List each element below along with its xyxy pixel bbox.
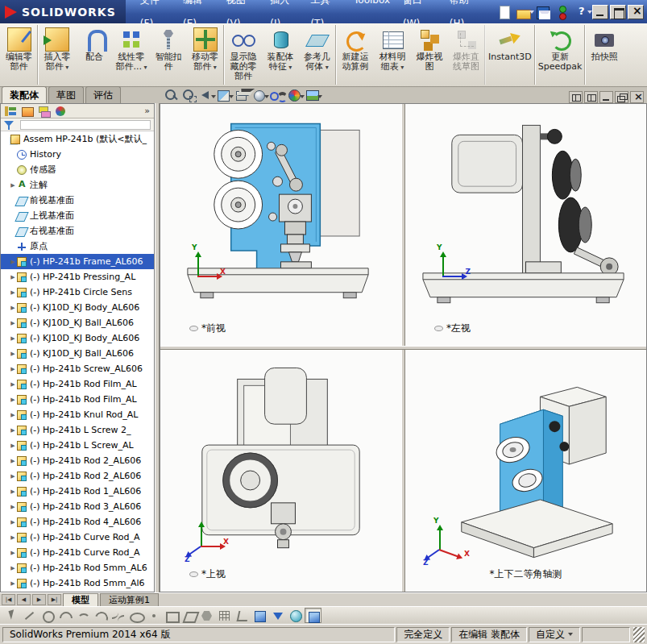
sketch-hatch-icon[interactable]	[216, 608, 233, 623]
mate-button[interactable]: 配合	[76, 25, 113, 85]
sketch-polygon-icon[interactable]	[198, 608, 215, 623]
tab-prev-button[interactable]: ◀	[17, 594, 31, 605]
expander-icon[interactable]: ▶	[9, 305, 17, 311]
viewport-splitter-horizontal[interactable]	[160, 346, 646, 350]
expander-icon[interactable]: ▶	[9, 473, 17, 480]
tree-root-item[interactable]: Assem HP-241b (默认<默认_	[1, 131, 154, 147]
tree-item[interactable]: 原点	[1, 239, 154, 254]
status-custom-dropdown[interactable]: 自定义	[529, 627, 580, 642]
edit-component-button[interactable]: 编辑零 部件	[1, 25, 38, 85]
doc-minimize-button[interactable]	[599, 91, 613, 103]
filter-funnel-icon[interactable]	[2, 119, 17, 131]
tree-item[interactable]: ▶ (-) Hp-241b Rod 3_AL606	[1, 499, 154, 514]
pane-layout-icon[interactable]	[569, 91, 583, 103]
new-document-icon[interactable]	[495, 4, 512, 20]
bill-of-materials-button[interactable]: 材料明 细表	[374, 25, 411, 85]
expander-icon[interactable]: ▶	[9, 351, 17, 357]
tree-item[interactable]: ▶ (-) HP-241b Frame_AL606	[1, 254, 154, 269]
linear-component-pattern-button[interactable]: 线性零 部件...	[113, 25, 150, 85]
tree-item[interactable]: 上视基准面	[1, 208, 154, 223]
insert-components-button[interactable]: 插入零 部件	[39, 25, 76, 85]
tree-item[interactable]: ▶ (-) Hp-241b L Screw_AL	[1, 438, 154, 453]
tree-item[interactable]: History	[1, 147, 154, 162]
tree-item[interactable]: 右视基准面	[1, 223, 154, 239]
tree-item[interactable]: ▶ (-) Hp-241b Rod Film_AL	[1, 392, 154, 407]
expander-icon[interactable]: ▶	[9, 534, 17, 541]
expander-icon[interactable]: ▶	[9, 488, 17, 495]
tree-item[interactable]: ▶ (-) Hp-241b Rod 1_AL606	[1, 484, 154, 499]
sketch-3point-arc-icon[interactable]	[92, 608, 109, 623]
expander-icon[interactable]: ▶	[9, 580, 17, 587]
help-icon[interactable]	[572, 4, 590, 20]
viewport-top-view[interactable]: X Z *上视	[160, 350, 401, 592]
edit-appearance-icon[interactable]	[287, 88, 304, 102]
instant3d-button[interactable]: Instant3D	[486, 25, 535, 85]
tree-item[interactable]: ▶ (-) Hp-241b L Screw 2_	[1, 422, 154, 438]
tree-item[interactable]: ▶ (-) Hp-241b Rod Film_AL	[1, 376, 154, 392]
shaded-sphere-icon[interactable]	[287, 608, 304, 623]
viewport-isometric-view[interactable]: Y X Z *上下二等角轴测	[405, 350, 646, 592]
sketch-tangent-arc-icon[interactable]	[74, 608, 91, 623]
sketch-angle-icon[interactable]	[234, 608, 251, 623]
commandmanager-tab[interactable]: 评估	[85, 86, 121, 103]
view-orientation-icon[interactable]	[234, 88, 251, 102]
viewport-left-view[interactable]: Y Z *左视	[405, 104, 646, 346]
rebuild-icon[interactable]	[553, 4, 570, 20]
resize-grip[interactable]	[633, 627, 645, 642]
hide-show-items-icon[interactable]	[269, 88, 286, 102]
sketch-select-icon[interactable]	[3, 608, 20, 623]
reference-geometry-button[interactable]: 参考几 何体	[299, 25, 336, 85]
maximize-button[interactable]	[610, 5, 626, 19]
expander-icon[interactable]: ▶	[9, 274, 17, 280]
tree-item[interactable]: ▶ (-) KJ10D_KJ Ball_AL606	[1, 315, 154, 330]
sketch-parallelogram-icon[interactable]	[180, 608, 197, 623]
sketch-circle-icon[interactable]	[39, 608, 56, 623]
tree-item[interactable]: ▶ (-) HP-241b Circle Sens	[1, 285, 154, 300]
view-cube-icon[interactable]	[251, 608, 268, 623]
sketch-line-icon[interactable]	[21, 608, 38, 623]
tree-item[interactable]: ▶ (-) Hp-241b Curve Rod_A	[1, 530, 154, 545]
open-icon[interactable]	[514, 4, 532, 20]
tree-item[interactable]: ▶ (-) Hp-241b Curve Rod_A	[1, 545, 154, 560]
tree-item[interactable]: ▶ (-) Hp-241b Rod 2_AL606	[1, 468, 154, 484]
expander-icon[interactable]: ▶	[9, 427, 17, 434]
sketch-centerpoint-arc-icon[interactable]	[56, 608, 73, 623]
tree-item[interactable]: ▶ (-) KJ10D_KJ Body_AL606	[1, 300, 154, 315]
tree-item[interactable]: ▶ (-) Hp-241b Knul Rod_AL	[1, 407, 154, 422]
explode-line-sketch-button[interactable]: 爆炸直 线草图	[448, 25, 485, 85]
expander-icon[interactable]: ▶	[9, 289, 17, 296]
configurationmanager-tab-icon[interactable]	[36, 105, 53, 118]
previous-view-icon[interactable]	[198, 88, 215, 102]
section-view-icon[interactable]	[216, 88, 233, 102]
tab-next-button[interactable]: ▶	[32, 594, 46, 605]
tree-item[interactable]: 前视基准面	[1, 193, 154, 208]
expander-icon[interactable]: ▶	[9, 504, 17, 510]
exploded-view-button[interactable]: 爆炸视 图	[411, 25, 448, 85]
expander-icon[interactable]: ▶	[9, 458, 17, 464]
expander-icon[interactable]: ▶	[9, 381, 17, 388]
commandmanager-tab[interactable]: 草图	[48, 86, 84, 103]
expander-icon[interactable]: ▶	[9, 259, 17, 265]
smart-fasteners-button[interactable]: 智能扣 件	[150, 25, 187, 85]
take-snapshot-button[interactable]: 拍快照	[586, 25, 623, 85]
tree-filter-input[interactable]	[20, 120, 151, 130]
zoom-area-icon[interactable]	[180, 88, 197, 102]
new-motion-study-button[interactable]: 新建运 动算例	[337, 25, 374, 85]
tab-last-button[interactable]: ▶|	[48, 594, 61, 605]
expander-icon[interactable]: ▶	[9, 182, 17, 189]
commandmanager-tab[interactable]: 装配体	[2, 86, 47, 103]
update-speedpak-button[interactable]: 更新 Speedpak	[536, 25, 586, 85]
zoom-fit-icon[interactable]	[163, 88, 180, 102]
tree-item[interactable]: 传感器	[1, 162, 154, 177]
view-mode-cube-icon[interactable]	[305, 608, 321, 623]
tree-item[interactable]: ▶ (-) Hp-241b Rod 5mm_AL6	[1, 560, 154, 575]
minimize-button[interactable]	[592, 5, 608, 19]
move-component-button[interactable]: 移动零 部件	[187, 25, 224, 85]
expander-icon[interactable]: ▶	[9, 442, 17, 449]
tree-item[interactable]: ▶ (-) Hp-241b Screw_AL606	[1, 361, 154, 376]
tree-item[interactable]: ▶ 注解	[1, 177, 154, 193]
expander-icon[interactable]: ▶	[9, 366, 17, 372]
panel-overflow-button[interactable]: »	[140, 106, 154, 116]
sketch-point-icon[interactable]	[145, 608, 162, 623]
tree-item[interactable]: ▶ (-) HP-241b Pressing_AL	[1, 269, 154, 285]
